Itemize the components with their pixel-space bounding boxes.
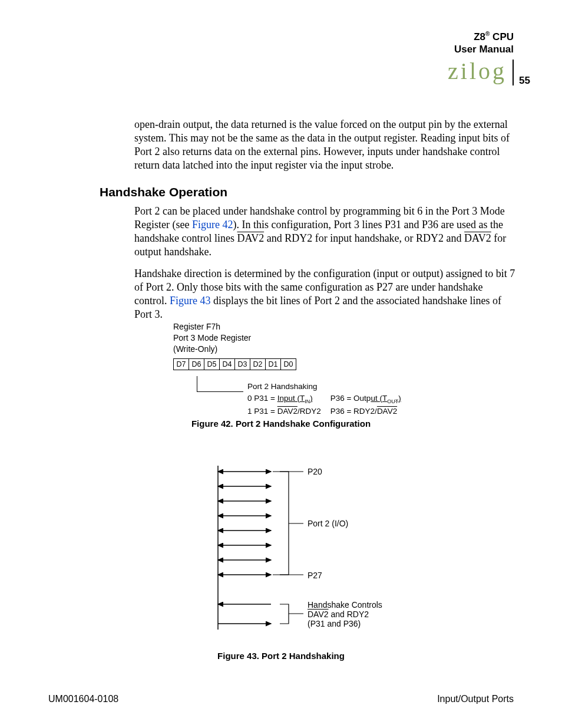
- hs-line2: DAV2 and RDY2: [308, 610, 382, 619]
- r1lc: /RDY2: [297, 407, 321, 416]
- lbl-p2io: Port 2 (I/O): [308, 519, 348, 528]
- row0-left: 0 P31 = Input (TIN): [247, 393, 329, 405]
- row1-left: 1 P31 = DAV2/RDY2: [247, 406, 329, 417]
- bit-d4: D4: [220, 359, 235, 370]
- r0lb-t: Input (T: [277, 394, 305, 403]
- hs-controls: Handshake Controls: [308, 600, 382, 610]
- reg-line1: Register F7h: [173, 321, 432, 332]
- bit-row: D7 D6 D5 D4 D3 D2 D1 D0: [173, 358, 296, 370]
- handshake-body: Port 2 can be placed under handshake con…: [134, 205, 517, 330]
- dav2-over-1: DAV2: [237, 232, 264, 244]
- figure-42-caption: Figure 42. Port 2 Handshake Configuratio…: [100, 419, 462, 429]
- r0ra: P36 = Outp: [330, 394, 371, 403]
- r1rb: DAV2: [377, 407, 397, 416]
- bit-d1: D1: [266, 359, 281, 370]
- hs-rest: and RDY2: [329, 610, 369, 619]
- page: Z8® CPU User Manual zilog 55 open-drain …: [0, 0, 562, 728]
- body-top: open-drain output, the data returned is …: [134, 118, 517, 180]
- bit-d7: D7: [174, 359, 189, 370]
- lbl-p27: P27: [308, 571, 322, 580]
- product-name-b: CPU: [490, 31, 514, 42]
- r0rb-t: ut (T: [371, 394, 387, 403]
- doc-title: Z8® CPU User Manual: [337, 31, 514, 56]
- bit-d3: D3: [235, 359, 250, 370]
- reg-line3: (Write-Only): [173, 344, 432, 355]
- desc-head: Port 2 Handshaking: [247, 381, 409, 392]
- fig43-ref[interactable]: Figure 43: [170, 295, 211, 307]
- r0rc: ): [398, 394, 401, 403]
- hs-para1: Port 2 can be placed under handshake con…: [134, 205, 517, 259]
- product-subtitle: User Manual: [454, 44, 514, 55]
- row1-right: P36 = RDY2/DAV2: [330, 406, 409, 417]
- figure-43: P20 Port 2 (I/O) P27 Handshake Controls …: [194, 460, 442, 638]
- fig42-ref[interactable]: Figure 42: [192, 219, 233, 230]
- reg-info: Register F7h Port 3 Mode Register (Write…: [173, 321, 432, 355]
- r0l-sub: IN: [305, 398, 310, 404]
- page-footer: UM001604-0108 Input/Output Ports: [48, 694, 514, 704]
- logo-row: zilog 55: [337, 60, 514, 85]
- reg-line2: Port 3 Mode Register: [173, 332, 432, 344]
- r0rb: ut (TOUT): [371, 394, 401, 403]
- hs-p1-c: and RDY2 for input handshake, or RDY2 an…: [264, 232, 464, 244]
- page-header: Z8® CPU User Manual zilog 55: [337, 31, 514, 85]
- row0-right: P36 = Output (TOUT): [330, 393, 409, 405]
- zilog-logo: zilog: [448, 60, 507, 85]
- bit-d5: D5: [204, 359, 220, 370]
- bit-desc-table: Port 2 Handshaking 0 P31 = Input (TIN) P…: [246, 380, 411, 417]
- figure-42: Register F7h Port 3 Mode Register (Write…: [173, 321, 432, 370]
- footer-left: UM001604-0108: [48, 694, 118, 704]
- bit-d2: D2: [250, 359, 266, 370]
- hs-dav2: DAV2: [308, 610, 329, 619]
- section-heading: Handshake Operation: [100, 185, 227, 199]
- lbl-p20: P20: [308, 467, 322, 476]
- r1la: 1 P31 =: [247, 407, 277, 416]
- dav2-over-2: DAV2: [464, 232, 491, 244]
- r1ra: P36 = RDY2/: [330, 407, 377, 416]
- bit-d0: D0: [281, 359, 296, 370]
- bit-d6: D6: [189, 359, 204, 370]
- intro-para: open-drain output, the data returned is …: [134, 118, 517, 172]
- figure-43-caption: Figure 43. Port 2 Handshaking: [100, 651, 462, 661]
- r0lb: Input (TIN): [277, 394, 313, 403]
- r0la: 0 P31 =: [247, 394, 277, 403]
- footer-right: Input/Output Ports: [437, 694, 514, 704]
- leader-line: [197, 376, 243, 392]
- lbl-hs: Handshake Controls DAV2 and RDY2 (P31 an…: [308, 600, 382, 628]
- page-number: 55: [519, 75, 530, 87]
- r0r-sub: OUT: [387, 398, 398, 404]
- hs-pins: (P31 and P36): [308, 619, 382, 628]
- hs-para2: Handshake direction is determined by the…: [134, 267, 517, 321]
- product-name-a: Z8: [474, 31, 485, 42]
- r1lb: DAV2: [277, 407, 297, 416]
- r0lc: ): [310, 394, 313, 403]
